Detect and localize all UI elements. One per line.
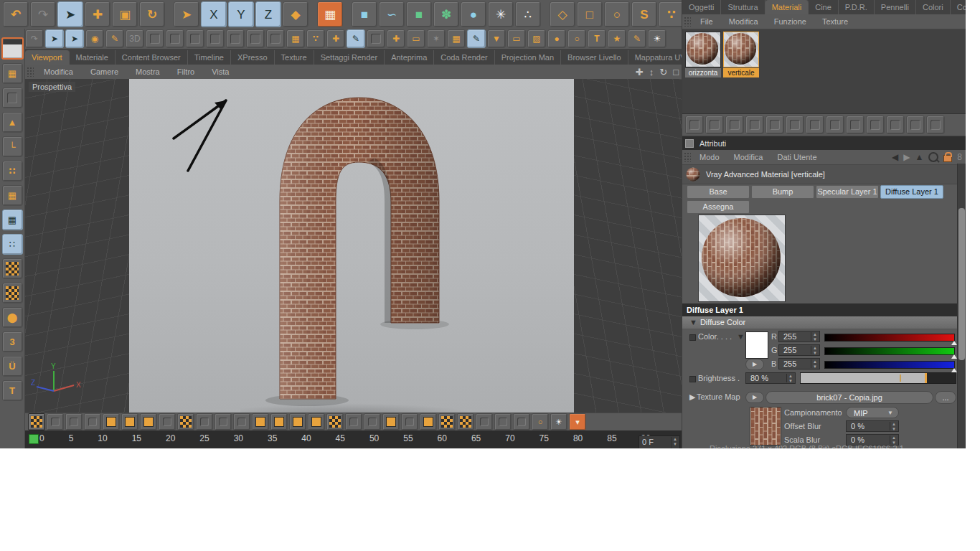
material-swatch[interactable]: orizzonta: [685, 32, 721, 77]
scale-blur-spinner[interactable]: [890, 435, 897, 444]
magnet-3u-icon[interactable]: Ü: [2, 356, 23, 377]
brush-3d-icon[interactable]: 3D: [126, 29, 144, 48]
tag-tool-icon[interactable]: [886, 116, 905, 134]
key-param-icon[interactable]: [159, 413, 176, 430]
texture-file-button[interactable]: brick07 - Copia.jpg: [765, 391, 933, 404]
live-selection-icon[interactable]: ➤: [57, 1, 83, 27]
menu-item[interactable]: Filtro: [169, 67, 203, 76]
viewport-tab[interactable]: Timeline: [188, 50, 231, 65]
disabled-tool-icon[interactable]: [226, 29, 245, 48]
manager-tab[interactable]: Cine: [809, 0, 839, 14]
edit-mesh-icon[interactable]: ■: [406, 1, 432, 27]
menu-item[interactable]: Vista: [203, 67, 237, 76]
offset-blur-spinner[interactable]: [890, 422, 897, 430]
axis-icon[interactable]: └: [2, 136, 23, 157]
viewport-tab[interactable]: Anteprima: [385, 50, 434, 65]
swirl-icon[interactable]: [367, 29, 385, 48]
snap-tool-icon[interactable]: S: [631, 1, 657, 27]
lock-y-axis-icon[interactable]: Y: [228, 1, 254, 27]
droplet-icon[interactable]: ●: [547, 29, 566, 48]
sun-icon[interactable]: ☀: [648, 29, 666, 48]
viewport-tab[interactable]: Content Browser: [116, 50, 188, 65]
tag-tool-icon[interactable]: [826, 116, 844, 134]
r-spinner[interactable]: [811, 332, 819, 341]
rotate-tool-icon[interactable]: ↻: [139, 1, 165, 27]
circle-pen-icon[interactable]: ○: [604, 1, 630, 27]
anim-tool-icon[interactable]: [401, 413, 418, 430]
tag-tool-icon[interactable]: [846, 116, 864, 134]
render-clap-icon[interactable]: [1, 37, 24, 60]
lock-z-axis-icon[interactable]: Z: [255, 1, 281, 27]
manager-tab[interactable]: P.D.R.: [839, 0, 875, 14]
undo-small-icon[interactable]: ↷: [25, 29, 44, 48]
move-tool-icon[interactable]: ✚: [85, 1, 110, 27]
r-slider[interactable]: [824, 334, 955, 342]
spline-pen-icon[interactable]: ∽: [379, 1, 405, 27]
history-back-icon[interactable]: ◀: [892, 152, 898, 162]
offset-blur-field[interactable]: 0 %: [846, 420, 899, 432]
manager-tab[interactable]: Colore: [951, 0, 966, 14]
tag-tool-icon[interactable]: [806, 116, 824, 134]
viewport-tab[interactable]: Projection Man: [495, 50, 561, 65]
particles-icon[interactable]: ∴: [515, 1, 541, 27]
grid-active-icon[interactable]: ▦: [2, 209, 23, 230]
menu-item[interactable]: Modifica: [35, 67, 82, 76]
viewport-tab[interactable]: Browser Livello: [561, 50, 628, 65]
menu-item[interactable]: Dati Utente: [771, 153, 824, 161]
check-tag-icon[interactable]: [476, 413, 493, 430]
key-pla-icon[interactable]: [177, 413, 194, 430]
attribute-scrollbar[interactable]: [957, 164, 966, 448]
layout-grid-icon[interactable]: ▦: [2, 63, 23, 84]
g-slider[interactable]: [824, 347, 955, 355]
b-spinner[interactable]: [811, 359, 819, 368]
panel-grip[interactable]: [684, 17, 691, 27]
channel-tab[interactable]: Assegna: [687, 200, 750, 214]
manager-tab[interactable]: Oggetti: [682, 0, 721, 14]
paintbrush-icon[interactable]: ✎: [347, 29, 365, 48]
camera-rotate-alt-icon[interactable]: ➤: [65, 29, 84, 48]
menu-item[interactable]: Mostra: [127, 67, 169, 76]
texture-more-button[interactable]: ...: [935, 391, 956, 404]
color-checkbox[interactable]: [689, 334, 696, 341]
text-tool-icon[interactable]: T: [588, 29, 606, 48]
globe-icon[interactable]: [2, 88, 23, 108]
anim-tool-icon[interactable]: [65, 413, 83, 430]
sun-white-icon[interactable]: ☀: [550, 413, 567, 430]
tag-tool-icon[interactable]: [745, 116, 764, 134]
pin-icon[interactable]: ▼: [487, 29, 506, 48]
tag-tool-icon[interactable]: [705, 116, 724, 134]
toolbar-separator[interactable]: [542, 2, 548, 27]
g-spinner[interactable]: [811, 346, 819, 354]
menu-item[interactable]: Modo: [692, 153, 727, 161]
b-slider[interactable]: [824, 361, 955, 369]
menu-item[interactable]: Modifica: [721, 17, 766, 26]
brightness-slider[interactable]: [800, 372, 956, 384]
key-columns-icon[interactable]: [420, 413, 437, 430]
channel-tab[interactable]: Diffuse Layer 1: [880, 185, 943, 199]
parent-up-icon[interactable]: ▲: [915, 152, 923, 162]
menu-item[interactable]: Funzione: [766, 17, 814, 26]
scrollbar-thumb[interactable]: [958, 208, 965, 360]
g-value-field[interactable]: 255: [778, 344, 820, 356]
primitive-cube-icon[interactable]: ■: [352, 1, 377, 27]
primitives-icon[interactable]: ⬤: [2, 307, 23, 328]
anim-tool-icon[interactable]: [196, 413, 213, 430]
tag-tool-icon[interactable]: [906, 116, 925, 134]
tag-tool-icon[interactable]: [866, 116, 885, 134]
viewport-tab[interactable]: Materiale: [70, 50, 116, 65]
disabled-tool-icon[interactable]: [186, 29, 204, 48]
menu-item[interactable]: Camere: [82, 67, 127, 76]
motion-blend-icon[interactable]: [326, 413, 344, 430]
viewport-tab[interactable]: XPresso: [231, 50, 275, 65]
motion-clip2-icon[interactable]: [457, 413, 474, 430]
toolbar-separator[interactable]: [166, 2, 172, 27]
key-record-icon[interactable]: [28, 413, 45, 430]
disabled-tool-icon[interactable]: [166, 29, 184, 48]
brick-arch-model[interactable]: [244, 93, 452, 409]
coordinate-system-icon[interactable]: ◆: [283, 1, 308, 27]
array-tool-icon[interactable]: ✽: [433, 1, 459, 27]
scale-tool-icon[interactable]: ▣: [112, 1, 138, 27]
tag-tool-icon[interactable]: [926, 116, 945, 134]
magnify-icon[interactable]: ○: [567, 29, 586, 48]
viewport-tab[interactable]: Viewport: [25, 50, 70, 65]
